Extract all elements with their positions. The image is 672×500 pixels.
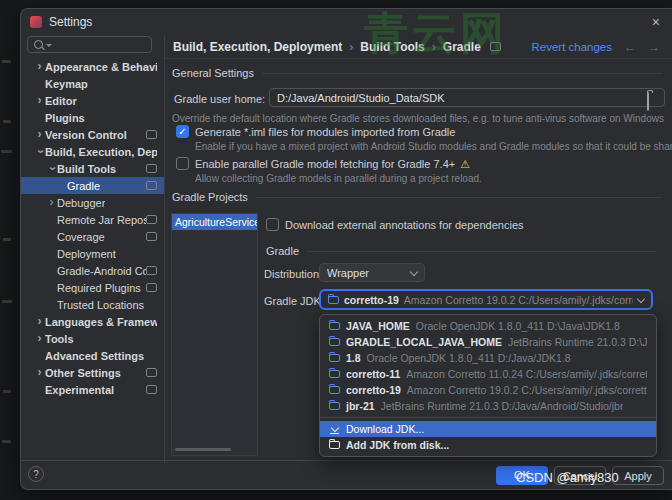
jdk-item-desc: Amazon Corretto 19.0.2 C:/Users/amily/.j… xyxy=(407,384,647,396)
sidebar-item-keymap[interactable]: Keymap xyxy=(21,75,164,92)
chevron-right-icon[interactable] xyxy=(34,333,45,344)
section-rule xyxy=(307,251,656,252)
breadcrumb-item[interactable]: Build Tools xyxy=(360,40,424,54)
back-arrow-icon[interactable] xyxy=(624,40,636,54)
chevron-down-icon[interactable] xyxy=(34,146,45,157)
sidebar-item-editor[interactable]: Editor xyxy=(21,92,164,109)
sidebar-item-build-execution-deployment[interactable]: Build, Execution, Deployment xyxy=(21,143,164,160)
jdk-item-name: 1.8 xyxy=(346,352,361,364)
sidebar-item-gradle[interactable]: Gradle xyxy=(21,177,164,194)
section-rule xyxy=(262,73,662,74)
settings-dialog: Settings Appearance & BehaviorKeymapEdit… xyxy=(20,8,672,490)
sidebar-item-appearance-behavior[interactable]: Appearance & Behavior xyxy=(21,58,164,75)
project-list-item[interactable]: AgricultureServiceC xyxy=(172,214,257,230)
sidebar-item-remote-jar-repositories[interactable]: Remote Jar Repositories xyxy=(21,211,164,228)
cancel-button[interactable]: Cancel xyxy=(554,466,606,485)
action-label: Add JDK from disk... xyxy=(346,439,449,451)
warning-icon xyxy=(460,158,470,170)
background-code-edge xyxy=(3,120,11,123)
screen: Settings Appearance & BehaviorKeymapEdit… xyxy=(0,0,672,500)
gradle-projects-header: Gradle Projects xyxy=(172,191,662,203)
search-input[interactable] xyxy=(27,36,152,53)
download-annotations-label[interactable]: Download external annotations for depend… xyxy=(285,219,524,231)
sidebar-item-label: Deployment xyxy=(57,248,116,260)
project-list: AgricultureServiceC xyxy=(172,214,257,230)
action-label: Download JDK... xyxy=(346,423,424,435)
menu-separator xyxy=(320,417,656,418)
breadcrumb-item[interactable]: Build, Execution, Deployment xyxy=(173,40,342,54)
download-annotations-checkbox[interactable] xyxy=(266,218,279,231)
jdk-dropdown-popup: JAVA_HOMEOracle OpenJDK 1.8.0_411 D:\Jav… xyxy=(319,314,657,457)
jdk-menu-item[interactable]: jbr-21JetBrains Runtime 21.0.3 D:/Java/A… xyxy=(320,398,656,414)
gradle-subsection-header: Gradle xyxy=(266,245,656,257)
jdk-menu-item[interactable]: 1.8Oracle OpenJDK 1.8.0_411 D:/Java/JDK1… xyxy=(320,350,656,366)
sidebar-item-coverage[interactable]: Coverage xyxy=(21,228,164,245)
close-icon[interactable] xyxy=(652,12,660,32)
sidebar-item-label: Trusted Locations xyxy=(57,299,144,311)
chevron-right-icon[interactable] xyxy=(34,95,45,106)
background-code-edge xyxy=(2,300,12,303)
sidebar-item-label: Version Control xyxy=(45,129,127,141)
gradle-user-home-input[interactable] xyxy=(269,88,665,107)
chevron-none-icon xyxy=(46,299,57,310)
distribution-select[interactable]: Wrapper xyxy=(319,263,425,282)
sidebar-item-build-tools[interactable]: Build Tools xyxy=(21,160,164,177)
sidebar-item-version-control[interactable]: Version Control xyxy=(21,126,164,143)
chevron-right-icon[interactable] xyxy=(34,129,45,140)
dialog-footer: ? OK Cancel Apply xyxy=(21,460,672,489)
screen-badge-icon xyxy=(146,232,157,241)
folder-icon xyxy=(647,92,649,111)
chevron-none-icon xyxy=(34,384,45,395)
help-button[interactable]: ? xyxy=(28,466,44,482)
project-list-panel: AgricultureServiceC xyxy=(171,213,258,456)
screen-badge-icon xyxy=(146,130,157,139)
sidebar-item-label: Languages & Frameworks xyxy=(45,316,157,328)
apply-button[interactable]: Apply xyxy=(612,466,664,485)
section-title: General Settings xyxy=(172,67,254,79)
chevron-right-icon[interactable] xyxy=(34,367,45,378)
sidebar-item-other-settings[interactable]: Other Settings xyxy=(21,364,164,381)
chevron-down-icon[interactable] xyxy=(46,163,57,174)
chevron-right-icon[interactable] xyxy=(34,316,45,327)
sidebar-item-debugger[interactable]: Debugger xyxy=(21,194,164,211)
sidebar-item-gradle-android-compiler[interactable]: Gradle-Android Compiler xyxy=(21,262,164,279)
sidebar-item-label: Gradle xyxy=(67,180,100,192)
generate-iml-label[interactable]: Generate *.iml files for modules importe… xyxy=(195,126,455,138)
generate-iml-checkbox[interactable] xyxy=(176,125,189,138)
jdk-menu-item[interactable]: JAVA_HOMEOracle OpenJDK 1.8.0_411 D:\Jav… xyxy=(320,318,656,334)
jdk-folder-icon xyxy=(328,296,339,304)
ok-button[interactable]: OK xyxy=(496,466,548,485)
browse-folder-icon[interactable] xyxy=(647,93,649,111)
sidebar-item-tools[interactable]: Tools xyxy=(21,330,164,347)
forward-arrow-icon[interactable] xyxy=(648,40,660,54)
search-options-caret-icon xyxy=(46,44,52,47)
horizontal-scrollbar[interactable] xyxy=(175,448,231,451)
sidebar-item-deployment[interactable]: Deployment xyxy=(21,245,164,262)
section-rule xyxy=(256,197,662,198)
jdk-menu-item[interactable]: corretto-11Amazon Corretto 11.0.24 C:/Us… xyxy=(320,366,656,382)
chevron-down-icon xyxy=(637,294,645,302)
revert-changes-link[interactable]: Revert changes xyxy=(531,41,612,53)
sidebar-item-advanced-settings[interactable]: Advanced Settings xyxy=(21,347,164,364)
parallel-fetch-checkbox[interactable] xyxy=(176,157,189,170)
chevron-right-icon[interactable] xyxy=(46,197,57,208)
breadcrumb-item[interactable]: Gradle xyxy=(443,40,481,54)
sidebar-item-trusted-locations[interactable]: Trusted Locations xyxy=(21,296,164,313)
jdk-menu-item[interactable]: corretto-19Amazon Corretto 19.0.2 C:/Use… xyxy=(320,382,656,398)
sidebar-item-plugins[interactable]: Plugins xyxy=(21,109,164,126)
sidebar-item-languages-frameworks[interactable]: Languages & Frameworks xyxy=(21,313,164,330)
screen-badge-icon xyxy=(146,164,157,173)
screen-badge-icon xyxy=(146,283,157,292)
sidebar-item-required-plugins[interactable]: Required Plugins xyxy=(21,279,164,296)
jdk-folder-icon xyxy=(329,386,340,394)
chevron-right-icon[interactable] xyxy=(34,61,45,72)
add-jdk-from-disk--menu-item[interactable]: Add JDK from disk... xyxy=(320,437,656,453)
checkmark-icon xyxy=(177,126,188,137)
jdk-selected-desc: Amazon Corretto 19.0.2 C:/Users/amily/.j… xyxy=(404,294,633,306)
download-jdk--menu-item[interactable]: Download JDK... xyxy=(320,421,656,437)
gradle-jdk-combobox[interactable]: corretto-19 Amazon Corretto 19.0.2 C:/Us… xyxy=(319,289,653,310)
jdk-folder-icon xyxy=(329,370,340,378)
jdk-menu-item[interactable]: GRADLE_LOCAL_JAVA_HOMEJetBrains Runtime … xyxy=(320,334,656,350)
sidebar-item-experimental[interactable]: Experimental xyxy=(21,381,164,398)
parallel-fetch-label[interactable]: Enable parallel Gradle model fetching fo… xyxy=(195,158,470,171)
